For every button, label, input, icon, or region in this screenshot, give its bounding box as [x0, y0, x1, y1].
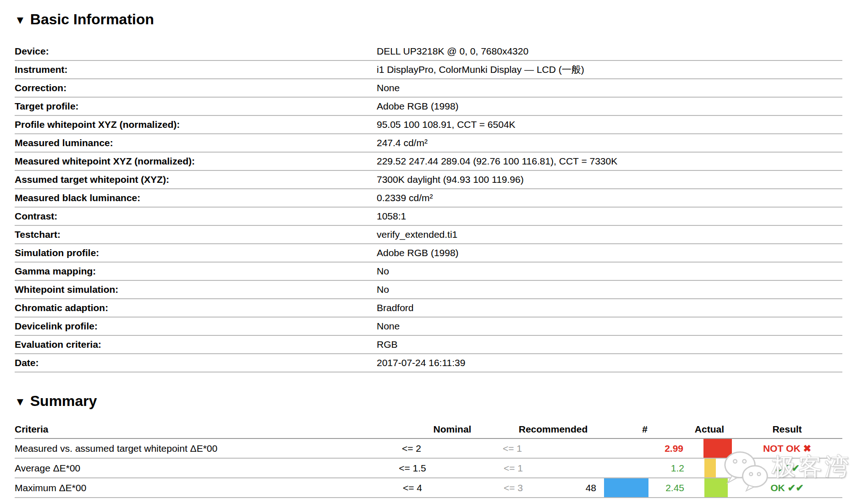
- info-label: Measured whitepoint XYZ (normalized):: [15, 156, 377, 167]
- basic-info-row: Testchart:verify_extended.ti1: [15, 226, 842, 244]
- result-cell: OK ✔✔: [732, 478, 842, 497]
- delta-e-color-bar: [703, 439, 732, 458]
- result-cell: OK ✔: [732, 459, 842, 477]
- basic-info-row: Date:2017-07-24 16:11:39: [15, 354, 842, 373]
- summary-title: Summary: [30, 393, 97, 410]
- summary-column-header: Recommended: [487, 421, 620, 438]
- basic-info-row: Gamma mapping:No: [15, 263, 842, 281]
- result-text: OK ✔: [775, 463, 800, 474]
- info-label: Device:: [15, 46, 377, 57]
- swatch-cell: [691, 439, 732, 458]
- summary-body: Measured vs. assumed target whitepoint Δ…: [15, 439, 842, 498]
- info-label: Measured luminance:: [15, 137, 377, 148]
- criteria-cell: Measured vs. assumed target whitepoint Δ…: [15, 439, 377, 458]
- count-cell: [580, 459, 648, 477]
- recommended-cell: <= 1: [447, 459, 580, 477]
- info-value: 229.52 247.44 289.04 (92.76 100 116.81),…: [377, 156, 842, 167]
- swatch-cell: [692, 459, 732, 477]
- basic-info-row: Devicelink profile:None: [15, 318, 842, 336]
- info-value: 0.2339 cd/m²: [377, 192, 842, 203]
- nominal-cell: <= 1.5: [378, 459, 447, 477]
- basic-info-row: Profile whitepoint XYZ (normalized):95.0…: [15, 116, 842, 134]
- basic-info-row: Target profile:Adobe RGB (1998): [15, 98, 842, 116]
- basic-info-row: Correction:None: [15, 79, 842, 98]
- basic-info-row: Simulation profile:Adobe RGB (1998): [15, 244, 842, 263]
- collapse-triangle-icon: ▼: [15, 15, 26, 26]
- basic-info-row: Measured luminance:247.4 cd/m²: [15, 134, 842, 153]
- actual-cell: 1.2: [648, 459, 692, 477]
- info-value: 95.05 100 108.91, CCT = 6504K: [377, 119, 842, 130]
- info-label: Gamma mapping:: [15, 266, 377, 277]
- summary-column-header: Criteria: [15, 421, 418, 438]
- basic-info-section-header[interactable]: ▼ Basic Information: [15, 11, 842, 28]
- summary-row: Maximum ΔE*00<= 4<= 3482.45OK ✔✔: [15, 478, 842, 498]
- info-value: DELL UP3218K @ 0, 0, 7680x4320: [377, 46, 842, 57]
- recommended-cell: <= 3: [447, 478, 580, 497]
- summary-column-header: Result: [732, 421, 842, 438]
- delta-e-color-bar: [704, 478, 728, 497]
- basic-info-row: Measured whitepoint XYZ (normalized):229…: [15, 153, 842, 171]
- count-bar: [604, 478, 648, 497]
- info-value: 247.4 cd/m²: [377, 137, 842, 148]
- info-label: Chromatic adaption:: [15, 302, 377, 313]
- info-value: None: [377, 321, 842, 332]
- info-label: Date:: [15, 357, 377, 368]
- info-value: i1 DisplayPro, ColorMunki Display — LCD …: [377, 63, 842, 76]
- info-label: Target profile:: [15, 101, 377, 112]
- info-value: None: [377, 82, 842, 93]
- info-label: Instrument:: [15, 64, 377, 75]
- info-label: Assumed target whitepoint (XYZ):: [15, 174, 377, 185]
- actual-cell: 2.99: [648, 439, 691, 458]
- result-cell: NOT OK ✖: [732, 439, 842, 458]
- info-label: Devicelink profile:: [15, 321, 377, 332]
- criteria-cell: Maximum ΔE*00: [15, 478, 378, 497]
- swatch-cell: [692, 478, 732, 497]
- summary-column-header: Actual: [688, 421, 732, 438]
- info-label: Contrast:: [15, 211, 377, 222]
- verification-report-page: ▼ Basic Information Device:DELL UP3218K …: [0, 0, 857, 498]
- info-value: No: [377, 284, 842, 295]
- summary-row: Measured vs. assumed target whitepoint Δ…: [15, 439, 842, 459]
- info-value: RGB: [377, 339, 842, 350]
- nominal-cell: <= 2: [377, 439, 446, 458]
- info-value: No: [377, 266, 842, 277]
- info-value: 7300K daylight (94.93 100 119.96): [377, 174, 842, 185]
- criteria-cell: Average ΔE*00: [15, 459, 378, 477]
- info-label: Profile whitepoint XYZ (normalized):: [15, 119, 377, 130]
- info-label: Evaluation criteria:: [15, 339, 377, 350]
- result-text: NOT OK ✖: [763, 443, 811, 454]
- recommended-cell: <= 1: [446, 439, 579, 458]
- info-value: Bradford: [377, 302, 842, 313]
- info-label: Whitepoint simulation:: [15, 284, 377, 295]
- info-label: Testchart:: [15, 229, 377, 240]
- basic-info-title: Basic Information: [30, 11, 154, 28]
- basic-info-row: Assumed target whitepoint (XYZ):7300K da…: [15, 171, 842, 189]
- basic-info-row: Instrument:i1 DisplayPro, ColorMunki Dis…: [15, 61, 842, 79]
- info-label: Correction:: [15, 82, 377, 93]
- summary-row: Average ΔE*00<= 1.5<= 11.2OK ✔: [15, 459, 842, 478]
- count-cell: 48: [580, 478, 648, 497]
- nominal-cell: <= 4: [378, 478, 447, 497]
- basic-info-row: Evaluation criteria:RGB: [15, 336, 842, 354]
- info-value: verify_extended.ti1: [377, 229, 842, 240]
- basic-info-row: Measured black luminance:0.2339 cd/m²: [15, 189, 842, 208]
- collapse-triangle-icon: ▼: [15, 396, 26, 407]
- info-value: 1058:1: [377, 211, 842, 222]
- summary-column-header: Nominal: [418, 421, 487, 438]
- basic-info-row: Whitepoint simulation:No: [15, 281, 842, 299]
- summary-header-row: CriteriaNominalRecommended#ActualResult: [15, 421, 842, 439]
- basic-info-row: Device:DELL UP3218K @ 0, 0, 7680x4320: [15, 43, 842, 61]
- info-label: Simulation profile:: [15, 247, 377, 258]
- basic-info-row: Contrast:1058:1: [15, 208, 842, 226]
- count-value: 48: [586, 482, 596, 493]
- info-value: 2017-07-24 16:11:39: [377, 357, 842, 368]
- info-value: Adobe RGB (1998): [377, 101, 842, 112]
- count-cell: [579, 439, 648, 458]
- summary-section-header[interactable]: ▼ Summary: [15, 393, 842, 410]
- info-label: Measured black luminance:: [15, 192, 377, 203]
- summary-table: CriteriaNominalRecommended#ActualResult …: [15, 421, 842, 498]
- basic-info-table: Device:DELL UP3218K @ 0, 0, 7680x4320Ins…: [15, 43, 842, 373]
- actual-cell: 2.45: [648, 478, 692, 497]
- info-value: Adobe RGB (1998): [377, 247, 842, 258]
- summary-column-header: #: [620, 421, 688, 438]
